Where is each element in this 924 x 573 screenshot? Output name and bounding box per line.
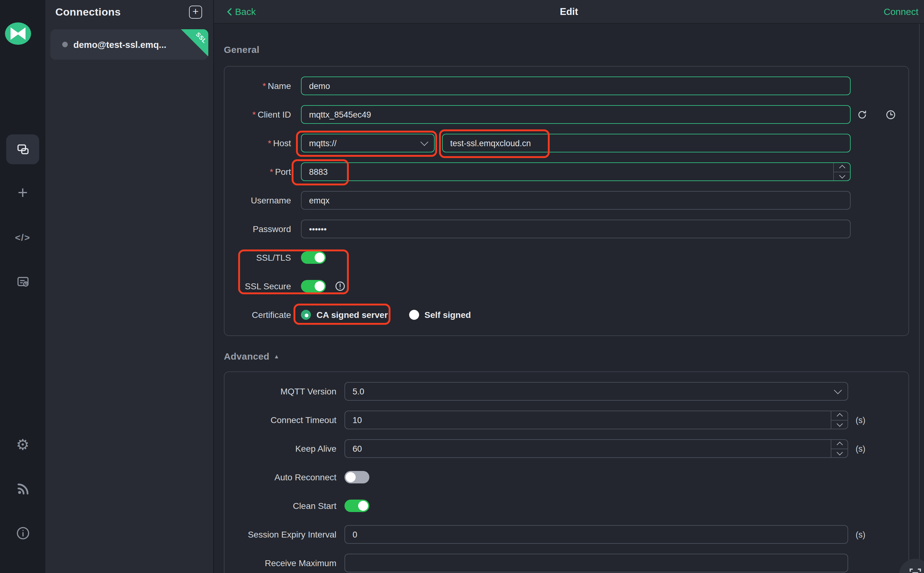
connect-timeout-input[interactable]: [345, 411, 848, 429]
keep-alive-decrement-button[interactable]: [831, 448, 848, 457]
session-expiry-input[interactable]: [345, 525, 848, 544]
refresh-client-id-button[interactable]: [857, 109, 868, 120]
mqtt-version-value: 5.0: [353, 387, 364, 396]
code-icon: </>: [15, 232, 30, 242]
mqttx-logo: [4, 22, 32, 45]
scan-lines-icon: [907, 567, 923, 573]
username-label: Username: [225, 195, 291, 205]
keep-alive-unit: (s): [855, 444, 866, 453]
connect-timeout-increment-button[interactable]: [831, 411, 848, 420]
sidebar-item-connections[interactable]: [6, 135, 39, 164]
page-title: Edit: [214, 6, 924, 17]
mqtt-version-label: MQTT Version: [225, 386, 336, 396]
edit-form-scroll-area: General *Name *Client ID: [214, 23, 924, 573]
history-client-id-button[interactable]: [885, 109, 896, 120]
connection-name: demo@test-ssl.emq...: [73, 39, 166, 50]
session-expiry-label: Session Expiry Interval: [225, 529, 336, 539]
password-row: Password: [225, 214, 908, 243]
scroll-track-divider: [919, 23, 920, 573]
chevron-down-icon: [839, 172, 845, 178]
ssl-tls-toggle[interactable]: [301, 251, 326, 264]
back-button[interactable]: Back: [226, 6, 256, 17]
connect-timeout-decrement-button[interactable]: [831, 420, 848, 429]
port-input[interactable]: [301, 162, 851, 181]
clean-start-label: Clean Start: [225, 501, 336, 511]
clock-icon: [885, 109, 896, 120]
auto-reconnect-label: Auto Reconnect: [225, 472, 336, 482]
connection-list-item[interactable]: demo@test-ssl.emq... SSL: [50, 29, 208, 60]
ssl-tls-label: SSL/TLS: [225, 253, 291, 263]
host-row: *Host mqtts://: [225, 129, 908, 157]
connections-icon: [15, 142, 30, 157]
connections-panel-title: Connections: [55, 6, 121, 18]
name-row: *Name: [225, 72, 908, 100]
client-id-row: *Client ID: [225, 100, 908, 129]
ssl-secure-toggle[interactable]: [301, 280, 326, 293]
new-connection-button[interactable]: +: [189, 6, 202, 19]
certificate-radio-ca-signed[interactable]: CA signed server: [301, 310, 388, 320]
connect-button[interactable]: Connect: [883, 6, 918, 17]
session-expiry-row: Session Expiry Interval (s): [225, 520, 908, 549]
required-mark: *: [270, 167, 273, 177]
chevron-down-icon: [420, 138, 428, 146]
keep-alive-row: Keep Alive (s): [225, 434, 908, 463]
back-label: Back: [235, 6, 256, 17]
mqtt-version-select[interactable]: 5.0: [345, 382, 848, 401]
plus-icon: +: [192, 6, 199, 17]
chevron-up-icon: [836, 442, 843, 448]
port-decrement-button[interactable]: [834, 171, 850, 180]
host-protocol-select[interactable]: mqtts://: [301, 134, 435, 152]
receive-maximum-input[interactable]: [345, 554, 848, 572]
general-section-title: General: [224, 44, 909, 56]
sidebar-item-log[interactable]: [6, 267, 39, 297]
self-signed-label: Self signed: [425, 310, 471, 320]
host-protocol-value: mqtts://: [309, 138, 337, 148]
ssl-secure-info-icon: [334, 280, 346, 292]
required-mark: *: [268, 138, 272, 148]
username-row: Username: [225, 186, 908, 214]
port-increment-button[interactable]: [834, 163, 850, 171]
sidebar-item-updates[interactable]: [6, 474, 39, 504]
password-input[interactable]: [301, 220, 851, 238]
sidebar-item-script[interactable]: </>: [6, 222, 39, 252]
connect-timeout-label: Connect Timeout: [225, 415, 336, 425]
ssl-secure-label: SSL Secure: [225, 281, 291, 291]
keep-alive-label: Keep Alive: [225, 444, 336, 454]
certificate-label: Certificate: [225, 310, 291, 320]
host-label: Host: [273, 138, 291, 148]
edit-connection-view: Edit Back Connect General *Name *Client …: [214, 0, 924, 573]
auto-reconnect-toggle[interactable]: [345, 471, 369, 484]
receive-maximum-row: Receive Maximum: [225, 549, 908, 573]
connections-panel: Connections + demo@test-ssl.emq... SSL: [45, 0, 214, 573]
keep-alive-input[interactable]: [345, 439, 848, 458]
ssl-secure-row: SSL Secure: [225, 272, 908, 301]
keep-alive-increment-button[interactable]: [831, 440, 848, 448]
collapse-arrow-icon: ▲: [274, 350, 279, 363]
required-mark: *: [253, 110, 256, 119]
topbar: Edit Back Connect: [214, 0, 924, 23]
chevron-up-icon: [839, 165, 845, 171]
sidebar-item-about[interactable]: [6, 518, 39, 548]
client-id-input[interactable]: [301, 105, 851, 124]
name-input[interactable]: [301, 77, 851, 95]
clean-start-toggle[interactable]: [345, 499, 369, 512]
connection-status-dot: [62, 42, 68, 47]
receive-maximum-label: Receive Maximum: [225, 558, 336, 568]
client-id-label: Client ID: [258, 110, 291, 119]
auto-reconnect-row: Auto Reconnect: [225, 463, 908, 492]
host-input[interactable]: [442, 134, 851, 152]
clean-start-row: Clean Start: [225, 492, 908, 520]
rss-icon: [16, 482, 30, 496]
certificate-radio-self-signed[interactable]: Self signed: [409, 310, 471, 320]
settings-gear-icon: ⚙: [16, 437, 29, 452]
port-label: Port: [275, 167, 291, 177]
username-input[interactable]: [301, 191, 851, 210]
sidebar-item-new-connection[interactable]: +: [6, 178, 39, 208]
sidebar-item-settings[interactable]: ⚙: [6, 430, 39, 460]
port-row: *Port: [225, 157, 908, 186]
ca-signed-label: CA signed server: [317, 310, 388, 320]
advanced-section-header[interactable]: Advanced ▲: [224, 350, 909, 363]
advanced-card: MQTT Version 5.0 Connect Timeout: [224, 371, 909, 573]
advanced-section-title: Advanced: [224, 350, 270, 363]
password-label: Password: [225, 224, 291, 234]
